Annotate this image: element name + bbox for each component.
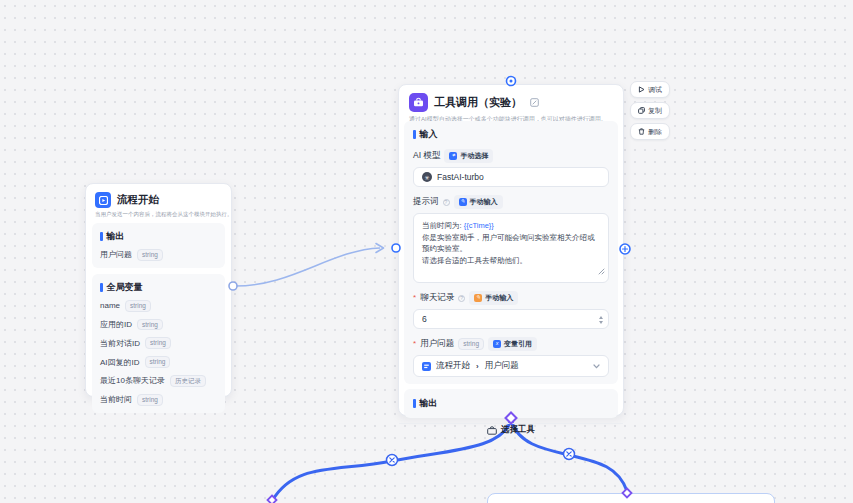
- global-var-row: 最近10条聊天记录 历史记录: [100, 375, 217, 387]
- start-node-header: 流程开始: [86, 184, 231, 211]
- prompt-text: 请选择合适的工具去帮助他们。: [422, 255, 600, 267]
- start-node-title: 流程开始: [117, 193, 159, 207]
- ai-model-label-row: AI 模型 ✦ 手动选择: [413, 149, 609, 163]
- prompt-label-row: 提示词 ? ✎ 手动输入: [413, 195, 609, 209]
- variable-ref-icon: x: [493, 340, 501, 348]
- tool-output-section: 输出: [404, 389, 618, 418]
- type-tag: string: [458, 338, 484, 350]
- toolbox-icon: [409, 93, 428, 112]
- user-question-select[interactable]: 流程开始 › 用户问题: [413, 355, 609, 377]
- breadcrumb-separator: ›: [475, 362, 480, 371]
- source-node-icon: [422, 362, 431, 371]
- type-tag: string: [125, 300, 151, 312]
- chevron-down-icon: [593, 364, 600, 369]
- edit-title-icon[interactable]: [530, 98, 539, 107]
- start-output-section: 输出 用户问题 string: [92, 223, 225, 268]
- debug-button[interactable]: 调试: [630, 81, 670, 98]
- global-var-label: 当前对话ID: [100, 338, 140, 349]
- manual-input-badge[interactable]: ✎ 手动输入: [469, 291, 518, 305]
- help-icon[interactable]: ?: [443, 199, 450, 206]
- node-flow-start[interactable]: 流程开始 当用户发送一个内容后，流程将会从这个模块开始执行。 输出 用户问题 s…: [85, 183, 232, 397]
- select-value-source: 流程开始: [436, 360, 470, 372]
- edge-end-diamond[interactable]: [268, 496, 277, 503]
- chat-history-number-input[interactable]: 6: [413, 309, 609, 329]
- ai-model-value: FastAI-turbo: [437, 172, 484, 182]
- edge-start-to-tool: [233, 248, 380, 286]
- node-tool-call[interactable]: 工具调用（实验） 通过AI模型自动选择一个或多个功能块进行调用，也可以对插件进行…: [398, 84, 624, 416]
- stepper-up-icon[interactable]: [599, 316, 603, 319]
- output-section-title: 输出: [420, 397, 438, 410]
- input-section-title: 输入: [420, 128, 438, 141]
- resize-handle-icon[interactable]: [598, 267, 605, 279]
- model-logo-icon: ✳: [422, 172, 432, 182]
- global-var-label: 应用的ID: [100, 319, 132, 330]
- manual-input-badge[interactable]: ✎ 手动输入: [454, 195, 503, 209]
- type-tag: string: [137, 319, 163, 331]
- manual-select-badge[interactable]: ✦ 手动选择: [444, 149, 493, 163]
- type-tag: string: [145, 337, 171, 349]
- close-icon: [390, 458, 394, 462]
- globals-section-title: 全局变量: [107, 281, 143, 294]
- global-var-row: 当前时间 string: [100, 394, 217, 406]
- output-row: 用户问题 string: [100, 249, 217, 261]
- ai-model-label: AI 模型: [413, 150, 440, 162]
- user-question-label-row: * 用户问题 string x 变量引用: [413, 337, 609, 351]
- global-var-label: name: [100, 301, 120, 310]
- section-accent-bar: [413, 130, 416, 139]
- prompt-label: 提示词: [413, 196, 439, 208]
- stepper-down-icon[interactable]: [599, 321, 603, 324]
- chat-history-label-row: * 聊天记录 ? ✎ 手动输入: [413, 291, 609, 305]
- select-value-field: 用户问题: [485, 360, 519, 372]
- variable-ref-badge[interactable]: x 变量引用: [488, 337, 537, 351]
- global-var-label: 当前时间: [100, 394, 132, 405]
- section-accent-bar: [413, 399, 416, 408]
- type-tag: string: [137, 394, 163, 406]
- global-var-label: AI回复的ID: [100, 357, 140, 368]
- close-icon: [567, 452, 571, 456]
- edge-arrowhead: [376, 244, 384, 253]
- required-mark: *: [413, 340, 416, 348]
- output-section-title: 输出: [107, 230, 125, 243]
- ai-model-select[interactable]: ✳ FastAI-turbo: [413, 167, 609, 187]
- manual-input-icon: ✎: [459, 198, 467, 206]
- start-node-description: 当用户发送一个内容后，流程将会从这个模块开始执行。: [86, 211, 231, 223]
- edge-delete-button[interactable]: [564, 449, 575, 460]
- tool-node-title: 工具调用（实验）: [434, 95, 522, 110]
- node-action-toolbar: 调试 复制 删除: [630, 81, 670, 140]
- trash-icon: [638, 128, 645, 135]
- section-accent-bar: [100, 283, 103, 292]
- required-mark: *: [413, 294, 416, 302]
- output-label: 用户问题: [100, 249, 132, 260]
- port-dot: [510, 80, 513, 83]
- type-tag: string: [137, 249, 163, 261]
- global-var-label: 最近10条聊天记录: [100, 375, 165, 386]
- chat-history-label: 聊天记录: [420, 292, 454, 304]
- global-var-row: 当前对话ID string: [100, 337, 217, 349]
- prompt-textarea[interactable]: 当前时间为: {{cTime}} 你是实验室助手，用户可能会询问实验室相关介绍或…: [413, 213, 609, 283]
- global-var-row: 应用的ID string: [100, 319, 217, 331]
- edge-delete-button[interactable]: [387, 455, 398, 466]
- global-var-row: name string: [100, 300, 217, 312]
- prompt-variable: {{cTime}}: [464, 221, 494, 230]
- user-question-label: 用户问题: [420, 338, 454, 350]
- type-tag: 历史记录: [170, 375, 206, 387]
- start-globals-section: 全局变量 name string 应用的ID string 当前对话ID str…: [92, 274, 225, 413]
- play-icon: [638, 86, 645, 93]
- flow-canvas[interactable]: 流程开始 当用户发送一个内容后，流程将会从这个模块开始执行。 输出 用户问题 s…: [0, 0, 853, 503]
- section-accent-bar: [100, 232, 103, 241]
- copy-icon: [638, 107, 645, 114]
- type-tag: string: [145, 356, 171, 368]
- node-partial-bottom-right[interactable]: [487, 493, 775, 503]
- select-tool-button[interactable]: 选择工具: [399, 423, 623, 436]
- tool-node-header: 工具调用（实验）: [399, 85, 623, 115]
- prompt-text: 你是实验室助手，用户可能会询问实验室相关介绍或预约实验室。: [422, 232, 600, 255]
- prompt-text: 当前时间为:: [422, 221, 464, 230]
- briefcase-icon: [487, 426, 497, 435]
- manual-input-icon: ✎: [474, 294, 482, 302]
- help-icon[interactable]: ?: [458, 295, 465, 302]
- delete-button[interactable]: 删除: [630, 123, 670, 140]
- tool-input-section: 输入 AI 模型 ✦ 手动选择 ✳ FastAI-turbo 提示词 ? ✎ 手…: [404, 121, 618, 384]
- global-var-row: AI回复的ID string: [100, 356, 217, 368]
- copy-button[interactable]: 复制: [630, 102, 670, 119]
- number-stepper[interactable]: [599, 310, 603, 330]
